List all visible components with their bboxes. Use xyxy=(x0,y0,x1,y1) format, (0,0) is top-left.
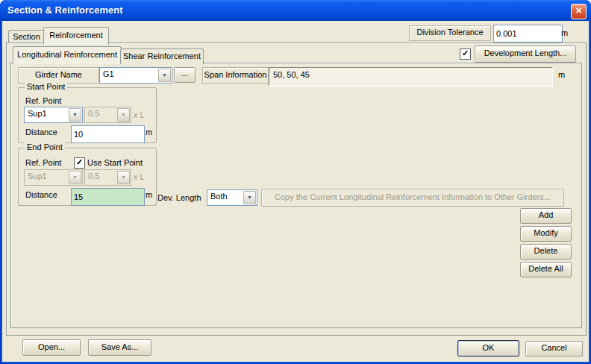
girder-name-combo[interactable]: G1 ▼ xyxy=(99,67,172,84)
chevron-down-icon[interactable]: ▼ xyxy=(158,69,171,82)
dev-length-label: Dev. Length xyxy=(157,193,201,202)
girder-name-label: Girder Name xyxy=(18,67,99,84)
end-ref-point-combo: Sup1 ▼ xyxy=(24,169,83,186)
copy-to-other-girders-button: Copy the Current Longitudinal Reinforcem… xyxy=(261,189,564,207)
ok-button[interactable]: OK xyxy=(457,340,519,357)
dev-length-combo[interactable]: Both ▼ xyxy=(207,189,257,206)
chevron-down-icon: ▼ xyxy=(69,171,81,184)
start-ref-point-label: Ref. Point xyxy=(25,96,61,105)
end-ref-point-value: Sup1 xyxy=(28,172,69,181)
check-icon: ✓ xyxy=(76,157,83,166)
delete-all-button[interactable]: Delete All xyxy=(520,262,572,277)
modify-button[interactable]: Modify xyxy=(520,226,572,242)
start-xl-label: x L xyxy=(134,110,145,119)
end-fraction-combo: 0.5 ▼ xyxy=(84,169,131,186)
dev-length-value: Both xyxy=(210,192,244,201)
end-fraction-value: 0.5 xyxy=(88,172,118,181)
girder-browse-button[interactable]: ... xyxy=(174,67,196,83)
save-as-button[interactable]: Save As... xyxy=(88,339,151,356)
chevron-down-icon: ▼ xyxy=(117,108,130,122)
end-point-title: End Point xyxy=(25,142,65,151)
start-distance-input[interactable] xyxy=(71,125,145,143)
delete-button[interactable]: Delete xyxy=(520,244,572,260)
division-tolerance-input[interactable] xyxy=(493,25,563,43)
end-distance-label: Distance xyxy=(25,190,57,199)
start-distance-label: Distance xyxy=(25,128,57,136)
start-ref-point-combo[interactable]: Sup1 ▼ xyxy=(24,107,83,123)
end-xl-label: x L xyxy=(134,172,145,181)
use-start-point-checkbox[interactable]: ✓ xyxy=(74,157,85,169)
add-button[interactable]: Add xyxy=(520,208,572,224)
open-button[interactable]: Open... xyxy=(22,339,81,356)
division-tolerance-unit: m xyxy=(561,28,568,37)
span-information-value: 50, 50, 45 xyxy=(269,67,553,87)
chevron-down-icon: ▼ xyxy=(117,171,130,184)
tab-longitudinal-reinforcement[interactable]: Longitudinal Reinforcement xyxy=(13,46,122,64)
span-information-label: Span Information xyxy=(202,67,269,84)
girder-name-value: G1 xyxy=(103,69,159,78)
cancel-button[interactable]: Cancel xyxy=(525,341,583,357)
start-distance-unit: m xyxy=(146,128,152,136)
end-distance-input[interactable] xyxy=(71,188,145,206)
start-fraction-value: 0.5 xyxy=(88,109,118,118)
span-information-unit: m xyxy=(558,70,565,79)
window-title: Section & Reinforcement xyxy=(7,4,123,16)
tab-shear-reinforcement[interactable]: Shear Reinforcement xyxy=(120,48,204,64)
tab-reinforcement[interactable]: Reinforcement xyxy=(43,27,109,45)
development-length-button[interactable]: Development Length... xyxy=(475,46,576,63)
check-icon: ✓ xyxy=(462,48,469,57)
start-point-title: Start Point xyxy=(25,82,67,91)
start-ref-point-value: Sup1 xyxy=(28,109,69,118)
use-start-point-label: Use Start Point xyxy=(87,158,143,167)
end-ref-point-label: Ref. Point xyxy=(25,158,61,167)
end-distance-unit: m xyxy=(146,190,152,199)
chevron-down-icon[interactable]: ▼ xyxy=(69,108,81,122)
start-fraction-combo: 0.5 ▼ xyxy=(84,107,131,123)
chevron-down-icon[interactable]: ▼ xyxy=(243,191,256,204)
division-tolerance-label: Division Tolerance xyxy=(409,25,491,41)
section-reinforcement-dialog: Section & Reinforcement ✕ Section Reinfo… xyxy=(0,0,591,364)
close-icon: ✕ xyxy=(575,6,582,15)
close-button[interactable]: ✕ xyxy=(571,4,587,19)
development-length-checkbox[interactable]: ✓ xyxy=(460,48,471,60)
title-bar[interactable]: Section & Reinforcement ✕ xyxy=(0,0,591,21)
